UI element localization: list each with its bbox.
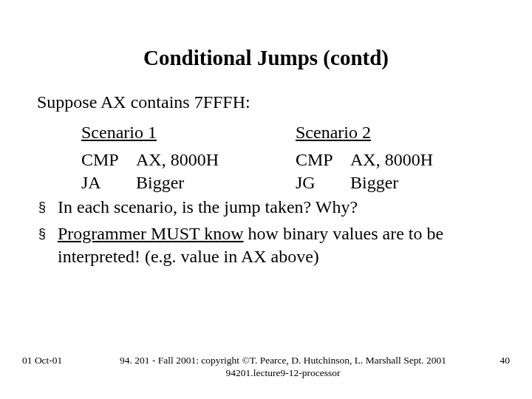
scenario-headings-row: Scenario 1 Scenario 2 bbox=[37, 123, 495, 143]
code-row-2: JA Bigger JG Bigger bbox=[37, 173, 495, 193]
s1-line1-mnemonic: CMP bbox=[81, 150, 136, 170]
s1-line1-operand: AX, 8000H bbox=[136, 150, 219, 170]
indent-spacer bbox=[37, 123, 81, 143]
s2-line1-operand: AX, 8000H bbox=[350, 150, 433, 170]
suppose-line: Suppose AX contains 7FFFH: bbox=[37, 92, 495, 112]
footer-page-number: 40 bbox=[486, 355, 532, 366]
scenario-2-heading: Scenario 2 bbox=[296, 123, 371, 142]
bullet-2-underlined: Programmer MUST know bbox=[58, 224, 244, 243]
s2-line2-operand: Bigger bbox=[350, 173, 398, 193]
footer-line2: 94201.lecture9-12-processor bbox=[80, 367, 486, 380]
bullet-2: § Programmer MUST know how binary values… bbox=[37, 222, 495, 269]
s1-line2-mnemonic: JA bbox=[81, 173, 136, 193]
s2-line2-mnemonic: JG bbox=[296, 173, 350, 193]
indent-spacer bbox=[37, 150, 81, 170]
slide-footer: 01 Oct-01 94. 201 - Fall 2001: copyright… bbox=[0, 355, 532, 380]
indent-spacer bbox=[37, 173, 81, 193]
bullet-icon: § bbox=[37, 222, 58, 269]
code-row-1: CMP AX, 8000H CMP AX, 8000H bbox=[37, 150, 495, 170]
s1-line2-operand: Bigger bbox=[136, 173, 184, 193]
s2-line1-mnemonic: CMP bbox=[296, 150, 350, 170]
slide: Conditional Jumps (contd) Suppose AX con… bbox=[0, 0, 532, 399]
bullet-2-text: Programmer MUST know how binary values a… bbox=[58, 222, 495, 269]
bullet-1-text: In each scenario, is the jump taken? Why… bbox=[58, 196, 495, 219]
bullet-1: § In each scenario, is the jump taken? W… bbox=[37, 196, 495, 219]
bullet-icon: § bbox=[37, 196, 58, 219]
footer-date: 01 Oct-01 bbox=[0, 355, 80, 366]
scenario-1-heading: Scenario 1 bbox=[81, 123, 157, 142]
slide-title: Conditional Jumps (contd) bbox=[37, 46, 495, 70]
bullet-list: § In each scenario, is the jump taken? W… bbox=[37, 196, 495, 269]
footer-center: 94. 201 - Fall 2001: copyright ©T. Pearc… bbox=[80, 355, 486, 380]
footer-line1: 94. 201 - Fall 2001: copyright ©T. Pearc… bbox=[80, 355, 486, 367]
